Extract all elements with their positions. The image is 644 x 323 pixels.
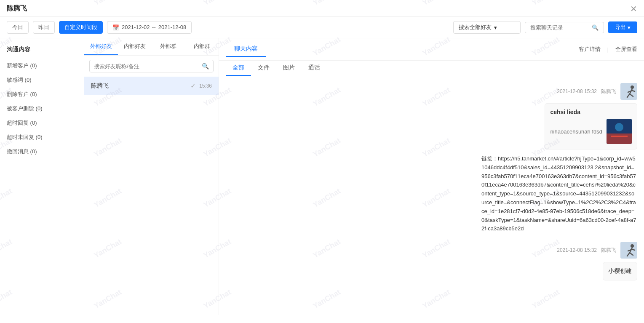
- sidebar-section-title: 沟通内容: [0, 43, 84, 59]
- toolbar: 今日 昨日 自定义时间段 📅 2021-12-02 ～ 2021-12-08 搜…: [0, 17, 644, 38]
- sidebar-item-recall-message[interactable]: 撤回消息 (0): [0, 144, 84, 159]
- search-friend-label: 搜索全部好友: [459, 24, 492, 31]
- friend-name: 陈腾飞: [91, 82, 109, 90]
- customer-detail-button[interactable]: 客户详情: [579, 45, 601, 53]
- yesterday-button[interactable]: 昨日: [33, 21, 55, 34]
- friend-panel: 外部好友 内部好友 外部群 内部群 🔍 陈腾飞 ✓ 15:36: [84, 38, 219, 315]
- left-sidebar: 沟通内容 新增客户 (0) 敏感词 (0) 删除客户 (0) 被客户删除 (0)…: [0, 38, 84, 315]
- calendar-icon: 📅: [112, 24, 119, 31]
- friend-search-input[interactable]: [94, 63, 199, 69]
- tab-all[interactable]: 全部: [226, 61, 251, 76]
- message-card2: 小樱创建: [603, 262, 637, 280]
- sidebar-item-delete-customer[interactable]: 删除客户 (0): [0, 87, 84, 101]
- chat-content-tabs: 聊天内容: [226, 42, 266, 57]
- card-text: nihaoacehsuhah fdsd: [550, 128, 602, 135]
- msg-datetime: 2021-12-08 15:32: [557, 88, 597, 94]
- chat-messages: 2021-12-08 15:32 陈腾飞: [219, 76, 644, 315]
- search-icon: 🔍: [592, 24, 599, 31]
- tab-files[interactable]: 文件: [251, 61, 276, 76]
- tab-chat-content[interactable]: 聊天内容: [226, 42, 266, 57]
- friend-time: 15:36: [199, 83, 212, 89]
- tab-images[interactable]: 图片: [276, 61, 302, 76]
- dialog-title: 陈腾飞: [7, 4, 27, 13]
- tab-external-group[interactable]: 外部群: [152, 38, 185, 55]
- export-label: 导出: [615, 24, 626, 31]
- friend-tabs: 外部好友 内部好友 外部群 内部群: [84, 38, 219, 56]
- friend-list: 陈腾飞 ✓ 15:36: [84, 77, 219, 315]
- sidebar-item-deleted-by-customer[interactable]: 被客户删除 (0): [0, 101, 84, 116]
- list-item[interactable]: 陈腾飞 ✓ 15:36: [84, 77, 219, 95]
- link-text: 链接：https://h5.tanmarket.cn/#/article?hjT…: [481, 155, 637, 233]
- chevron-down-icon: ▾: [628, 24, 631, 31]
- svg-point-9: [615, 123, 623, 131]
- sidebar-item-sensitive-words[interactable]: 敏感词 (0): [0, 73, 84, 87]
- sidebar-item-overtime-reply[interactable]: 超时回复 (0): [0, 116, 84, 130]
- svg-rect-10: [611, 136, 628, 137]
- message-card: cehsi lieda nihaoacehsuhah fdsd: [545, 103, 637, 149]
- card-title: cehsi lieda: [550, 109, 632, 115]
- svg-rect-8: [607, 133, 632, 144]
- link-message-block: 链接：https://h5.tanmarket.cn/#/article?hjT…: [226, 155, 637, 233]
- today-button[interactable]: 今日: [7, 21, 29, 34]
- search-chat-box: 🔍: [525, 22, 604, 33]
- title-bar: 陈腾飞 ✕: [0, 0, 644, 17]
- divider: |: [607, 46, 609, 53]
- avatar: [620, 83, 637, 100]
- card-body: nihaoacehsuhah fdsd: [550, 119, 632, 144]
- msg-meta: 2021-12-08 15:32 陈腾飞: [226, 83, 637, 100]
- chat-panel-actions: 客户详情 | 全屏查看: [579, 45, 637, 53]
- msg-row: 小樱创建: [226, 262, 637, 280]
- date-range-picker[interactable]: 📅 2021-12-02 ～ 2021-12-08: [107, 21, 192, 34]
- msg-sender: 陈腾飞: [601, 247, 616, 254]
- custom-time-button[interactable]: 自定义时间段: [59, 21, 103, 34]
- card2-title: 小樱创建: [608, 267, 632, 274]
- avatar: [620, 242, 637, 259]
- date-range-value: 2021-12-02 ～ 2021-12-08: [122, 24, 186, 31]
- sidebar-item-new-customer[interactable]: 新增客户 (0): [0, 59, 84, 73]
- tab-internal-group[interactable]: 内部群: [185, 38, 219, 55]
- export-button[interactable]: 导出 ▾: [608, 21, 637, 33]
- chat-filter-tabs: 全部 文件 图片 通话: [219, 61, 644, 76]
- friend-search-box: 🔍: [89, 60, 214, 72]
- card-image: [607, 119, 632, 144]
- message-group: 2021-12-08 15:32 陈腾飞: [226, 83, 637, 233]
- search-icon: 🔍: [202, 63, 209, 69]
- fullscreen-button[interactable]: 全屏查看: [615, 45, 637, 53]
- check-icon: ✓: [190, 82, 196, 90]
- msg-datetime: 2021-12-08 15:32: [557, 247, 597, 253]
- close-button[interactable]: ✕: [630, 5, 637, 13]
- sidebar-item-overtime-no-reply[interactable]: 超时未回复 (0): [0, 130, 84, 144]
- tab-internal-friend[interactable]: 内部好友: [118, 38, 152, 55]
- tab-calls[interactable]: 通话: [302, 61, 327, 76]
- tab-external-friend[interactable]: 外部好友: [84, 38, 118, 55]
- msg-row: cehsi lieda nihaoacehsuhah fdsd: [226, 103, 637, 149]
- message-group: 2021-12-08 15:32 陈腾飞: [226, 242, 637, 280]
- main-layout: 沟通内容 新增客户 (0) 敏感词 (0) 删除客户 (0) 被客户删除 (0)…: [0, 38, 644, 315]
- chevron-down-icon: ▾: [494, 24, 497, 31]
- search-chat-input[interactable]: [530, 24, 589, 31]
- msg-meta: 2021-12-08 15:32 陈腾飞: [226, 242, 637, 259]
- msg-sender: 陈腾飞: [601, 88, 616, 95]
- search-friend-select[interactable]: 搜索全部好友 ▾: [453, 21, 521, 34]
- chat-panel: 聊天内容 客户详情 | 全屏查看 全部 文件 图片 通话 2021-12-08 …: [219, 38, 644, 315]
- chat-panel-header: 聊天内容 客户详情 | 全屏查看: [219, 38, 644, 61]
